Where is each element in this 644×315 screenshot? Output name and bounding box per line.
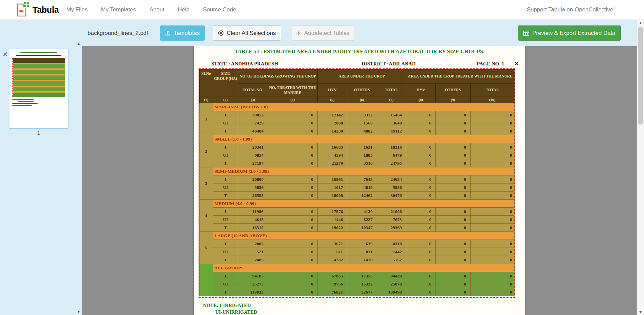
page-thumbnail[interactable] [9,49,68,128]
table-meta-row: STATE : ANDHRA PRADESH DISTRICT :ADILABA… [194,61,525,68]
thumb-note-line [18,101,34,102]
nav-links: My Files My Templates About Help Source … [66,6,236,13]
brand-title: Tabula [33,5,59,15]
document-filename: background_lines_2.pdf [88,30,148,37]
sidebar-scroll-down-icon[interactable]: ▼ [77,310,80,314]
nav-link-source-code[interactable]: Source Code [203,6,236,13]
nav-link-help[interactable]: Help [178,6,190,13]
remove-selection-button[interactable]: ✕ [515,60,519,67]
scroll-up-icon[interactable]: ▲ [637,21,644,25]
thumb-rows-band [13,93,65,97]
thumbnail-sidebar: ✕ ▲ ▼ 1 [0,20,82,315]
scrollbar-thumb[interactable] [638,27,643,124]
thumb-title-line [20,52,57,53]
thumbnail-table-body [13,63,65,97]
nav-link-my-templates[interactable]: My Templates [101,6,136,13]
remove-page-button[interactable]: ✕ [3,51,8,58]
page-no-label: PAGE NO. 1 [477,61,504,67]
circle-x-icon [218,30,224,36]
thumb-rows-band [13,70,65,74]
scroll-down-icon[interactable]: ▼ [637,310,644,314]
upload-icon [165,30,171,36]
thumb-rows-band [13,64,65,68]
pdf-page: TABLE 5J : ESTIMATED AREA UNDER PADDY TR… [194,46,525,315]
thumb-note-line [12,103,38,104]
templates-button[interactable]: Templates [160,25,205,41]
thumbnail-page-number: 1 [9,130,68,136]
thumb-note-line [12,99,34,100]
state-label: STATE : ANDHRA PRADESH [211,61,278,67]
top-navbar: Tabula My Files My Templates About Help … [0,0,644,20]
thumb-meta-line [16,55,61,56]
note-line-2: UI-UNIRRIGATED [215,309,257,315]
templates-button-label: Templates [174,30,200,37]
support-link[interactable]: Support Tabula on OpenCollective! [527,6,615,13]
clear-button-label: Clear All Selections [227,30,276,37]
district-label: DISTRICT :ADILABAD [362,61,416,67]
thumb-notes [12,99,65,106]
pdf-table-logo-icon [17,2,30,18]
preview-export-button[interactable]: Preview & Export Extracted Data [518,25,621,41]
thumbnail-table [12,58,65,97]
note-line-1: NOTE: I-IRRIGATED [203,303,251,308]
app-logo[interactable]: Tabula [17,2,59,18]
export-button-label: Preview & Export Extracted Data [532,30,615,37]
nav-link-about[interactable]: About [150,6,164,13]
document-viewport: TABLE 5J : ESTIMATED AREA UNDER PADDY TR… [82,46,637,315]
table-title: TABLE 5J : ESTIMATED AREA UNDER PADDY TR… [194,49,525,55]
thumb-table-header [13,58,65,63]
autodetect-tables-button[interactable]: Autodetect Tables [291,25,355,41]
selection-box[interactable] [199,68,515,298]
thumb-note-line [12,105,32,106]
vertical-scrollbar[interactable]: ▲ ▼ [637,20,644,315]
lightning-icon [297,30,301,36]
clear-all-selections-button[interactable]: Clear All Selections [213,25,281,41]
thumb-rows-band [13,81,65,86]
table-icon [523,31,529,36]
thumb-rows-band [13,87,65,91]
nav-link-my-files[interactable]: My Files [66,6,88,13]
sidebar-scroll-up-icon[interactable]: ▲ [77,41,80,45]
autodetect-button-label: Autodetect Tables [304,30,350,37]
thumb-rows-band [13,75,65,80]
